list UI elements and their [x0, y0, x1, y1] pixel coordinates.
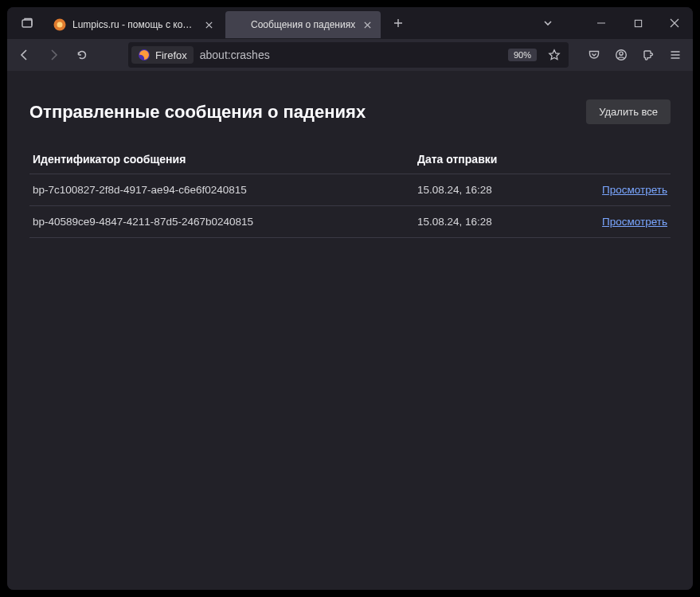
url-text: about:crashes: [200, 49, 508, 61]
menu-icon[interactable]: [663, 42, 688, 68]
svg-rect-0: [22, 20, 32, 27]
report-id: bp-7c100827-2f8d-4917-ae94-c6e6f0240815: [29, 174, 414, 206]
tab-crashes[interactable]: Сообщения о падениях: [225, 11, 381, 38]
tabs-area: Lumpics.ru - помощь с компь Сообщения о …: [7, 8, 409, 38]
report-id: bp-40589ce9-4847-4211-87d5-2467b0240815: [29, 206, 414, 238]
tab-label: Сообщения о падениях: [251, 19, 355, 30]
extensions-icon[interactable]: [635, 42, 661, 68]
zoom-indicator[interactable]: 90%: [508, 49, 537, 61]
tab-lumpics[interactable]: Lumpics.ru - помощь с компь: [47, 11, 222, 38]
identity-box[interactable]: Firefox: [131, 46, 194, 64]
title-bar: Lumpics.ru - помощь с компь Сообщения о …: [7, 7, 693, 39]
new-tab-button[interactable]: [387, 12, 409, 34]
delete-all-button[interactable]: Удалить все: [586, 100, 671, 124]
crash-reports-table: Идентификатор сообщения Дата отправки bp…: [29, 145, 671, 238]
close-icon[interactable]: [201, 18, 216, 32]
column-header-action: [574, 145, 671, 174]
firefox-logo-icon: [138, 49, 151, 61]
page-content: Отправленные сообщения о падениях Удалит…: [7, 71, 693, 590]
close-icon[interactable]: [360, 18, 374, 32]
browser-window: Lumpics.ru - помощь с компь Сообщения о …: [7, 7, 693, 590]
table-row: bp-7c100827-2f8d-4917-ae94-c6e6f0240815 …: [29, 174, 671, 206]
column-header-date: Дата отправки: [414, 145, 574, 174]
svg-point-6: [620, 52, 623, 55]
table-row: bp-40589ce9-4847-4211-87d5-2467b0240815 …: [29, 206, 671, 238]
tab-overview-button[interactable]: [14, 10, 41, 37]
svg-point-2: [57, 22, 63, 28]
pocket-icon[interactable]: [581, 42, 607, 68]
view-link[interactable]: Просмотреть: [602, 184, 667, 196]
address-bar[interactable]: Firefox about:crashes 90%: [128, 42, 569, 68]
lumpics-favicon: [53, 18, 66, 31]
navigation-toolbar: Firefox about:crashes 90%: [7, 39, 693, 71]
close-window-button[interactable]: [656, 7, 693, 39]
reload-button[interactable]: [69, 42, 95, 68]
forward-button[interactable]: [41, 42, 66, 68]
minimize-button[interactable]: [583, 7, 620, 39]
view-link[interactable]: Просмотреть: [602, 216, 667, 228]
back-button[interactable]: [12, 42, 37, 68]
toolbar-right: [581, 42, 688, 68]
identity-label: Firefox: [155, 49, 187, 61]
maximize-button[interactable]: [620, 7, 656, 39]
svg-rect-3: [635, 20, 641, 26]
bookmark-star-icon[interactable]: [543, 44, 565, 66]
page-title: Отправленные сообщения о падениях: [29, 102, 366, 123]
header-row: Отправленные сообщения о падениях Удалит…: [29, 100, 671, 124]
report-date: 15.08.24, 16:28: [414, 174, 574, 206]
list-all-tabs-button[interactable]: [535, 10, 561, 36]
account-icon[interactable]: [608, 42, 634, 68]
tab-label: Lumpics.ru - помощь с компь: [72, 19, 197, 30]
column-header-id: Идентификатор сообщения: [29, 145, 414, 174]
report-date: 15.08.24, 16:28: [414, 206, 574, 238]
